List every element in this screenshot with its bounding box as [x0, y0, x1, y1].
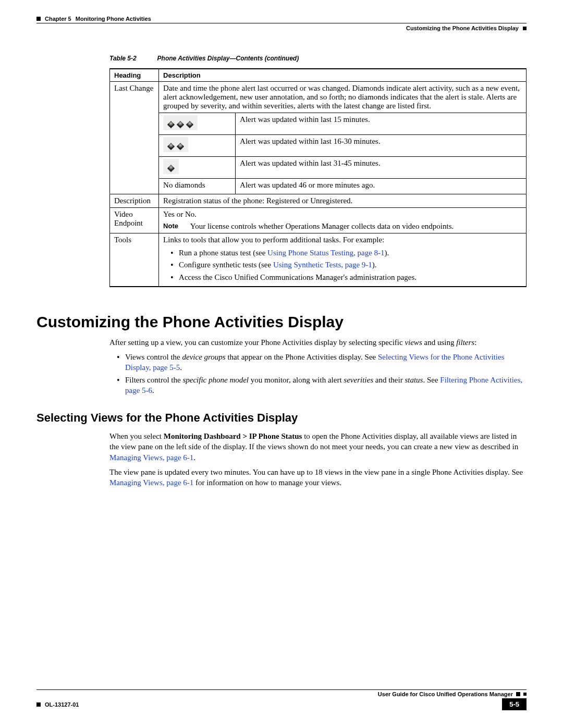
square-icon: [523, 27, 527, 30]
cell-tools-heading: Tools: [110, 233, 159, 287]
cell-no-diamonds: No diamonds: [159, 179, 236, 194]
tools-bullet-3: Access the Cisco Unified Communications …: [170, 272, 522, 282]
note-text: Your license controls whether Operations…: [190, 222, 518, 231]
footer-doc-number: OL-13127-01: [45, 701, 79, 708]
square-icon: [516, 692, 520, 696]
section-title-customizing: Customizing the Phone Activities Display: [36, 313, 527, 331]
cell-diamonds-3: [159, 113, 236, 135]
p-selecting-1: When you select Monitoring Dashboard > I…: [109, 431, 527, 463]
cell-video-desc: Yes or No. Note Your license controls wh…: [159, 208, 527, 233]
th-description: Description: [159, 69, 527, 82]
cell-tools-desc: Links to tools that allow you to perform…: [159, 233, 527, 287]
cell-d3: Alert was updated within last 15 minutes…: [236, 113, 527, 135]
link-phone-status-testing[interactable]: Using Phone Status Testing, page 8-1: [267, 249, 385, 257]
subsection-title-selecting-views: Selecting Views for the Phone Activities…: [36, 411, 527, 425]
customize-bullet-filters: Filters control the specific phone model…: [117, 375, 527, 396]
cell-diamonds-1: [159, 157, 236, 179]
two-diamonds-icon: [163, 137, 188, 152]
one-diamond-icon: [163, 159, 179, 174]
cell-d1: Alert was updated within last 31-45 minu…: [236, 157, 527, 179]
chapter-label: Chapter 5: [45, 16, 71, 22]
cell-description-heading: Description: [110, 194, 159, 208]
phone-activities-table: Heading Description Last Change Date and…: [109, 68, 527, 287]
link-synthetic-tests[interactable]: Using Synthetic Tests, page 9-1: [273, 261, 372, 269]
cell-d0: Alert was updated 46 or more minutes ago…: [236, 179, 527, 194]
cell-description-desc: Registration status of the phone: Regist…: [159, 194, 527, 208]
footer-guide-title: User Guide for Cisco Unified Operations …: [378, 691, 513, 697]
customize-bullet-views: Views control the device groups that app…: [117, 352, 527, 373]
square-icon: [523, 693, 527, 696]
note-label: Note: [163, 222, 188, 230]
section-label: Customizing the Phone Activities Display: [406, 25, 519, 31]
th-heading: Heading: [110, 69, 159, 82]
table-caption: Table 5-2Phone Activities Display—Conten…: [109, 55, 527, 62]
page-number: 5-5: [502, 698, 527, 710]
cell-d2: Alert was updated within last 16-30 minu…: [236, 135, 527, 157]
tools-bullet-2: Configure synthetic tests (see Using Syn…: [170, 260, 522, 270]
p-customize-intro: After setting up a view, you can customi…: [109, 337, 527, 348]
link-managing-views-1[interactable]: Managing Views, page 6-1: [109, 453, 193, 462]
chapter-title: Monitoring Phone Activities: [76, 16, 151, 22]
tools-bullet-1: Run a phone status test (see Using Phone…: [170, 248, 522, 258]
square-icon: [36, 702, 41, 707]
cell-video-heading: Video Endpoint: [110, 208, 159, 233]
three-diamonds-icon: [163, 115, 198, 130]
cell-lastchange-desc: Date and time the phone alert last occur…: [159, 82, 527, 113]
page-footer: User Guide for Cisco Unified Operations …: [36, 689, 527, 710]
page-header: Chapter 5 Monitoring Phone Activities Cu…: [36, 16, 527, 31]
link-managing-views-2[interactable]: Managing Views, page 6-1: [109, 478, 193, 487]
p-selecting-2: The view pane is updated every two minut…: [109, 467, 527, 488]
cell-diamonds-2: [159, 135, 236, 157]
cell-lastchange-heading: Last Change: [110, 82, 159, 194]
square-icon: [36, 17, 41, 21]
